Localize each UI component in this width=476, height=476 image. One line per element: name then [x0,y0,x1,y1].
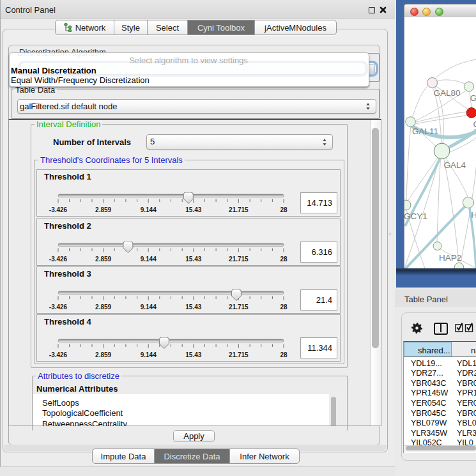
svg-text:C: C [473,119,476,129]
svg-text:GA: GA [470,93,476,103]
svg-text:GAL4: GAL4 [443,160,466,170]
svg-text:HAP2: HAP2 [439,253,461,263]
svg-text:GAL11: GAL11 [412,127,438,136]
svg-text:H: H [471,210,476,220]
svg-text:GCY1: GCY1 [404,211,427,221]
svg-text:GAL80: GAL80 [434,88,461,98]
